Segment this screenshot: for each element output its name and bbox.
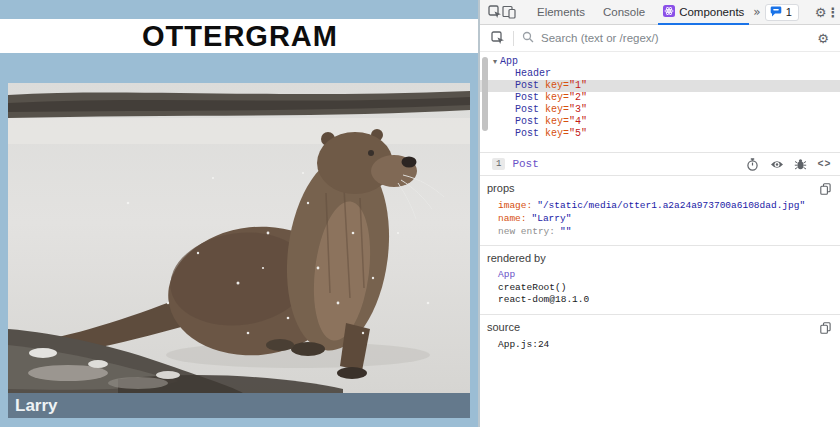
view-settings-gear-icon[interactable]: ⚙ <box>814 31 832 46</box>
copy-props-icon[interactable] <box>818 182 832 196</box>
source-location[interactable]: App.js:24 <box>487 338 832 351</box>
component-picker-icon[interactable] <box>490 31 506 45</box>
component-tree: ▾App Header Postkey="1" Postkey="2" Post… <box>480 52 840 152</box>
tab-components[interactable]: Components <box>654 0 753 25</box>
tab-label: Elements <box>537 6 585 18</box>
search-icon <box>522 29 534 47</box>
site-header: OTTERGRAM <box>0 19 480 53</box>
rendered-by-app-link[interactable]: App <box>487 269 832 282</box>
divider <box>513 31 514 46</box>
components-search-row: ⚙ <box>480 25 840 52</box>
message-bubble-icon <box>770 6 782 19</box>
suspend-timer-icon[interactable] <box>745 157 760 172</box>
notifications-badge[interactable]: 1 <box>765 4 799 21</box>
photo-caption: Larry <box>8 393 470 418</box>
rendered-by-label: rendered by <box>487 252 832 264</box>
source-section: source App.js:24 <box>480 315 840 358</box>
settings-gear-icon[interactable]: ⚙ <box>815 0 827 25</box>
otter-photo <box>8 83 470 393</box>
inspect-dom-eye-icon[interactable] <box>769 157 784 172</box>
tree-node-header[interactable]: Header <box>480 68 840 80</box>
rendered-by-createroot: createRoot() <box>487 282 832 295</box>
inspected-component-bar: 1 Post <> <box>480 152 840 176</box>
otter-post-card: Larry <box>8 83 470 418</box>
kebab-menu-icon[interactable]: ⋮ <box>826 0 839 25</box>
prop-row-name[interactable]: name"Larry" <box>487 212 832 225</box>
element-badge: 1 <box>492 158 505 170</box>
tree-node-app[interactable]: ▾App <box>480 56 840 68</box>
tree-node-post-3[interactable]: Postkey="3" <box>480 104 840 116</box>
otter-illustration <box>8 83 470 393</box>
tree-node-post-2[interactable]: Postkey="2" <box>480 92 840 104</box>
more-tabs-icon[interactable]: » <box>753 0 760 25</box>
inspect-element-icon[interactable] <box>488 0 502 25</box>
rendered-by-reactdom: react-dom@18.1.0 <box>487 294 832 307</box>
copy-source-icon[interactable] <box>818 321 832 335</box>
tree-node-post-1[interactable]: Postkey="1" <box>480 80 840 92</box>
rendered-by-section: rendered by App createRoot() react-dom@1… <box>480 246 840 315</box>
prop-row-new-entry[interactable]: new entry"" <box>487 225 832 238</box>
inspected-component-name: Post <box>512 158 538 170</box>
screenshot-root: OTTERGRAM <box>0 0 840 427</box>
tab-console[interactable]: Console <box>594 0 654 25</box>
tree-node-post-4[interactable]: Postkey="4" <box>480 116 840 128</box>
react-devtools-icon <box>663 5 675 19</box>
source-label: source <box>487 321 832 333</box>
tab-elements[interactable]: Elements <box>528 0 594 25</box>
prop-row-image[interactable]: image"/static/media/otter1.a2a24a973700a… <box>487 199 832 212</box>
disclosure-triangle-icon[interactable]: ▾ <box>493 57 497 66</box>
props-section: props image"/static/media/otter1.a2a24a9… <box>480 176 840 246</box>
props-label: props <box>487 182 832 194</box>
log-bug-icon[interactable] <box>793 157 808 172</box>
search-input[interactable] <box>541 32 814 44</box>
page-scrollbar[interactable] <box>482 57 488 131</box>
device-toolbar-icon[interactable] <box>502 0 516 25</box>
notification-count: 1 <box>786 6 792 18</box>
devtools-panel: Elements Console Components » 1 ⚙ ⋮ × <box>478 0 840 427</box>
tree-node-post-5[interactable]: Postkey="5" <box>480 128 840 140</box>
tab-label: Components <box>679 6 744 18</box>
ottergram-page: OTTERGRAM <box>0 0 480 427</box>
tab-label: Console <box>603 6 645 18</box>
devtools-tabbar: Elements Console Components » 1 ⚙ ⋮ × <box>480 0 840 25</box>
page-title: OTTERGRAM <box>142 20 338 53</box>
view-source-icon[interactable]: <> <box>817 157 832 172</box>
